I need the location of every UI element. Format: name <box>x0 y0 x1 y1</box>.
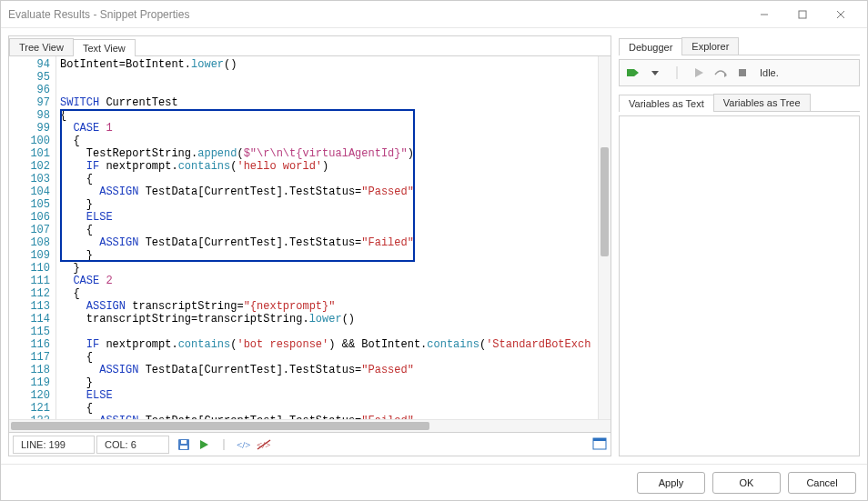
step-icon[interactable] <box>625 65 641 81</box>
svg-text:</>: </> <box>237 439 250 450</box>
tab-text-view[interactable]: Text View <box>73 39 136 56</box>
status-icons: </> </> <box>171 437 271 452</box>
window-icon[interactable] <box>592 437 607 452</box>
tab-tree-view[interactable]: Tree View <box>9 38 74 55</box>
svg-marker-7 <box>200 440 208 449</box>
debugger-status: Idle. <box>760 67 779 78</box>
play-icon[interactable] <box>691 65 707 81</box>
code-editor[interactable]: 9495969798991001011021031041051061071081… <box>9 56 611 419</box>
ok-button[interactable]: OK <box>712 472 781 494</box>
svg-rect-14 <box>627 69 634 76</box>
stop-icon[interactable] <box>734 65 751 81</box>
status-col: COL: 6 <box>96 436 169 454</box>
code-disabled-icon[interactable]: </> <box>257 437 271 452</box>
svg-marker-16 <box>651 71 659 75</box>
left-pane: Tree View Text View 94959697989910010110… <box>8 35 611 456</box>
vertical-scrollbar[interactable] <box>598 56 611 419</box>
view-tabs: Tree View Text View <box>9 36 611 56</box>
right-pane: Debugger Explorer Idle. Variables as Tex… <box>619 35 860 456</box>
apply-button[interactable]: Apply <box>637 472 705 494</box>
close-button[interactable] <box>822 2 860 27</box>
maximize-button[interactable] <box>783 2 822 27</box>
right-tabs: Debugger Explorer <box>619 35 860 55</box>
status-line: LINE: 199 <box>13 436 95 454</box>
tab-variables-tree[interactable]: Variables as Tree <box>713 94 811 111</box>
window-title: Evaluate Results - Snippet Properties <box>8 8 745 21</box>
dropdown-icon[interactable] <box>647 65 663 81</box>
tab-debugger[interactable]: Debugger <box>619 38 682 55</box>
svg-marker-18 <box>695 68 703 77</box>
svg-rect-6 <box>181 440 187 444</box>
variables-panel[interactable] <box>619 115 860 456</box>
tab-variables-text[interactable]: Variables as Text <box>619 95 714 112</box>
variables-tabs: Variables as Text Variables as Tree <box>619 92 860 112</box>
vertical-scroll-thumb[interactable] <box>601 147 609 256</box>
svg-marker-15 <box>634 69 639 76</box>
content: Tree View Text View 94959697989910010110… <box>1 28 867 464</box>
main-area: Tree View Text View 94959697989910010110… <box>8 35 860 456</box>
save-icon[interactable] <box>177 437 191 452</box>
cancel-button[interactable]: Cancel <box>788 472 856 494</box>
minimize-button[interactable] <box>745 2 783 27</box>
debugger-toolbar: Idle. <box>619 59 860 86</box>
code-text[interactable]: BotIntent=BotIntent.lower() SWITCH Curre… <box>56 56 611 419</box>
step-over-icon[interactable] <box>712 65 729 81</box>
horizontal-scrollbar[interactable] <box>9 419 611 432</box>
svg-rect-13 <box>593 438 606 441</box>
divider-icon <box>669 65 685 81</box>
line-gutter: 9495969798991001011021031041051061071081… <box>9 56 56 419</box>
svg-rect-1 <box>799 11 806 18</box>
horizontal-scroll-thumb[interactable] <box>11 422 429 430</box>
footer: Apply OK Cancel <box>1 464 867 500</box>
code-tag-icon[interactable]: </> <box>237 437 251 452</box>
divider-icon <box>217 437 231 452</box>
run-icon[interactable] <box>197 437 211 452</box>
svg-rect-20 <box>739 69 746 76</box>
window: Evaluate Results - Snippet Properties Tr… <box>0 0 868 501</box>
titlebar: Evaluate Results - Snippet Properties <box>1 1 867 28</box>
svg-rect-5 <box>180 446 187 449</box>
tab-explorer[interactable]: Explorer <box>681 37 739 55</box>
status-bar: LINE: 199 COL: 6 </> </> <box>9 432 611 456</box>
